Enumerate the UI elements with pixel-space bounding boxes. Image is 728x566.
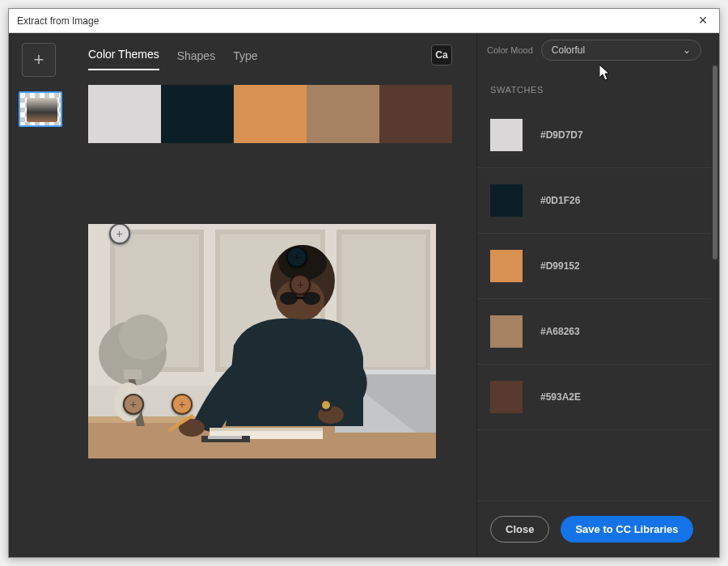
source-image[interactable]: +++++ bbox=[88, 224, 436, 458]
color-picker-handle[interactable]: + bbox=[123, 394, 144, 415]
color-picker-handle[interactable]: + bbox=[171, 394, 193, 415]
tab-color-themes[interactable]: Color Themes bbox=[88, 48, 159, 70]
capture-badge[interactable]: Ca bbox=[431, 44, 452, 65]
scrollbar[interactable] bbox=[713, 65, 717, 501]
swatch-row[interactable]: #593A2E bbox=[477, 365, 711, 430]
svg-rect-25 bbox=[210, 428, 323, 431]
svg-point-23 bbox=[322, 401, 330, 409]
color-picker-handle[interactable]: + bbox=[286, 247, 307, 268]
theme-swatch[interactable] bbox=[307, 85, 379, 143]
image-thumbnail[interactable] bbox=[19, 91, 62, 127]
swatch-hex-label: #A68263 bbox=[540, 326, 580, 337]
swatch-chip[interactable] bbox=[490, 381, 523, 413]
swatch-row[interactable]: #D9D7D7 bbox=[477, 103, 711, 168]
swatches-heading: SWATCHES bbox=[477, 61, 711, 103]
color-picker-handle[interactable]: + bbox=[290, 274, 311, 295]
color-mood-label: Color Mood bbox=[487, 45, 533, 55]
swatch-row[interactable]: #0D1F26 bbox=[477, 168, 711, 234]
tab-type[interactable]: Type bbox=[233, 49, 257, 70]
tab-shapes[interactable]: Shapes bbox=[177, 49, 215, 70]
dialog-footer: Close Save to CC Libraries bbox=[477, 501, 711, 557]
color-mood-dropdown[interactable]: Colorful ⌄ bbox=[541, 40, 701, 61]
svg-point-8 bbox=[119, 315, 167, 360]
save-button[interactable]: Save to CC Libraries bbox=[561, 516, 692, 543]
window-title: Extract from Image bbox=[17, 15, 99, 27]
close-button[interactable]: Close bbox=[490, 516, 549, 543]
color-mood-value: Colorful bbox=[552, 44, 585, 56]
swatch-chip[interactable] bbox=[490, 315, 523, 348]
svg-rect-19 bbox=[295, 297, 305, 299]
add-image-button[interactable]: + bbox=[22, 43, 56, 77]
svg-rect-9 bbox=[124, 370, 142, 379]
swatch-hex-label: #D99152 bbox=[540, 260, 580, 272]
swatch-list: #D9D7D7#0D1F26#D99152#A68263#593A2E bbox=[477, 103, 711, 430]
theme-swatch[interactable] bbox=[234, 85, 307, 143]
swatch-row[interactable]: #D99152 bbox=[477, 234, 711, 299]
swatch-hex-label: #593A2E bbox=[540, 391, 581, 403]
svg-rect-28 bbox=[208, 436, 242, 439]
swatch-chip[interactable] bbox=[490, 184, 523, 217]
theme-swatch[interactable] bbox=[379, 85, 452, 143]
titlebar: Extract from Image × bbox=[9, 9, 719, 33]
swatch-hex-label: #0D1F26 bbox=[540, 195, 580, 206]
left-rail: + bbox=[9, 33, 72, 557]
right-panel: Color Mood Colorful ⌄ SWATCHES #D9D7D7#0… bbox=[476, 33, 719, 557]
theme-swatch[interactable] bbox=[161, 85, 234, 143]
dialog-window: Extract from Image × + Color Themes Shap… bbox=[8, 8, 720, 558]
swatch-chip[interactable] bbox=[490, 119, 523, 151]
chevron-down-icon: ⌄ bbox=[683, 44, 691, 56]
color-theme-strip bbox=[88, 85, 452, 143]
theme-swatch[interactable] bbox=[88, 85, 161, 143]
tabs: Color Themes Shapes Type Ca bbox=[72, 33, 468, 70]
swatch-row[interactable]: #A68263 bbox=[477, 299, 711, 365]
swatch-hex-label: #D9D7D7 bbox=[540, 129, 583, 141]
close-icon[interactable]: × bbox=[695, 13, 711, 29]
swatch-chip[interactable] bbox=[490, 250, 523, 282]
